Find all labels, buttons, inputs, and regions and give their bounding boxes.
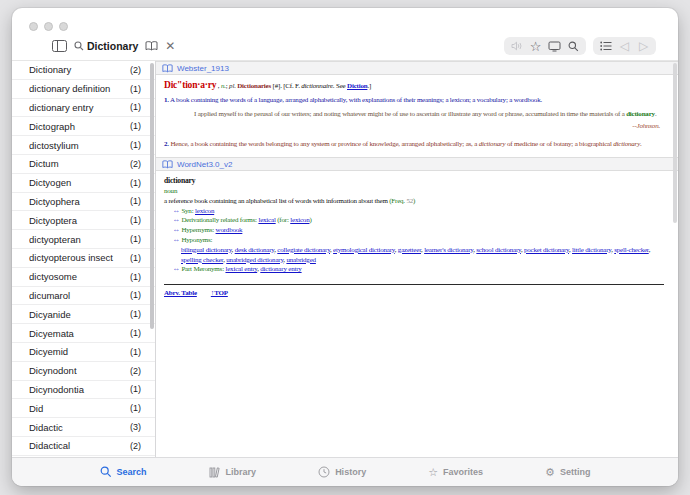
word-label: dictostylium: [29, 140, 126, 151]
tab-favorites[interactable]: ☆ Favorites: [428, 467, 483, 478]
word-list-item[interactable]: Dictograph (1): [12, 117, 155, 136]
meronym-link[interactable]: lexical entry: [225, 265, 257, 273]
derivation-for-link[interactable]: lexicon: [290, 216, 309, 224]
word-list-item[interactable]: dictostylium (1): [12, 136, 155, 155]
entry-actions-group: ☆: [504, 37, 586, 55]
open-book-icon: [162, 160, 173, 169]
wordnet-pos: noun: [164, 187, 668, 197]
hypernym-link[interactable]: wordbook: [216, 226, 243, 234]
word-count: (1): [130, 253, 141, 263]
word-list-item[interactable]: Dictyophera (1): [12, 193, 155, 212]
word-count: (1): [130, 309, 141, 319]
hyponym-link[interactable]: collegiate dictionary: [277, 246, 330, 254]
meronym-line: ⇔ Part Meronyms: lexical entry, dictiona…: [173, 265, 668, 275]
dictionary-list-icon[interactable]: [597, 39, 614, 53]
word-list-item[interactable]: dicumarol (1): [12, 287, 155, 306]
word-list-item[interactable]: Dictionary (2): [12, 61, 155, 80]
hyponym-link[interactable]: desk dictionary: [235, 246, 275, 254]
hyponym-link[interactable]: learner's dictionary: [424, 246, 473, 254]
close-window-button[interactable]: [29, 22, 38, 31]
hyponym-link[interactable]: school dictionary: [476, 246, 521, 254]
dictionary-source-header[interactable]: Webster_1913: [156, 61, 678, 75]
top-link[interactable]: ↑TOP: [211, 289, 228, 299]
word-list-item[interactable]: Didactical (2): [12, 437, 155, 456]
favorites-star-icon: ☆: [428, 467, 438, 478]
word-list-item[interactable]: Did (1): [12, 399, 155, 418]
webster-article: Dic"tion·a·ry , n.; pl. Dictionaries [#]…: [156, 75, 678, 151]
tab-setting[interactable]: ⚙ Setting: [545, 467, 590, 478]
hyponym-link[interactable]: little dictionary: [572, 246, 611, 254]
find-in-page-icon[interactable]: [565, 39, 582, 53]
word-count: (1): [130, 403, 141, 413]
etymology: dictionnaire: [301, 82, 333, 90]
word-list-item[interactable]: Dicyemata (1): [12, 324, 155, 343]
tab-history[interactable]: History: [318, 466, 366, 478]
word-label: Dictionary: [29, 64, 126, 75]
word-list-sidebar: Dictionary (2) dictionary definition (1)…: [12, 61, 156, 457]
derivation-link[interactable]: lexical: [258, 216, 275, 224]
hyponym-link[interactable]: pocket dictionary: [524, 246, 569, 254]
meronym-link[interactable]: dictionary entry: [260, 265, 301, 273]
hyponym-link[interactable]: etymological dictionary: [333, 246, 395, 254]
word-list-item[interactable]: Dicyemid (1): [12, 343, 155, 362]
title-bar: [12, 8, 678, 32]
plural-form: Dictionaries: [236, 82, 271, 90]
word-count: (2): [130, 366, 141, 376]
bottom-tab-bar: Search Library History ☆ Favorites ⚙ Set…: [12, 457, 678, 486]
wordnet-headword: dictionary: [164, 176, 668, 187]
search-input[interactable]: Dictionary: [74, 40, 138, 52]
pronounce-speaker-icon[interactable]: [508, 39, 525, 53]
dictionary-book-icon[interactable]: [145, 39, 158, 53]
word-list-item[interactable]: dictionary entry (1): [12, 99, 155, 118]
word-label: Dictum: [29, 158, 126, 169]
word-label: dictyopteran: [29, 234, 126, 245]
word-list-item[interactable]: dictyopteran (1): [12, 230, 155, 249]
minimize-window-button[interactable]: [44, 22, 53, 31]
hyponym-link[interactable]: bilingual dictionary: [181, 246, 232, 254]
clear-search-icon[interactable]: ✕: [165, 39, 175, 53]
popup-window-icon[interactable]: [546, 39, 563, 53]
word-label: Didactic: [29, 422, 126, 433]
dictionary-source-header[interactable]: WordNet3.0_v2: [156, 157, 678, 171]
word-list-item[interactable]: Dictyogen (1): [12, 174, 155, 193]
word-label: Didactical: [29, 440, 126, 451]
word-count: (1): [130, 121, 141, 131]
word-count: (1): [130, 196, 141, 206]
hyponym-link[interactable]: unabridged dictionary: [226, 256, 283, 264]
word-count: (1): [130, 102, 141, 112]
usage-quote: I applied myself to the perusal of our w…: [194, 109, 668, 119]
word-list-item[interactable]: dictyosome (1): [12, 268, 155, 287]
see-diction-link[interactable]: Diction: [347, 82, 367, 90]
word-label: Dicynodontia: [29, 384, 126, 395]
hyponym-link[interactable]: gazetteer: [398, 246, 421, 254]
hyponym-link[interactable]: unabridged: [286, 256, 316, 264]
word-list-item[interactable]: Dictum (2): [12, 155, 155, 174]
source-name: Webster_1913: [177, 64, 229, 73]
forward-icon[interactable]: ▷: [635, 39, 652, 53]
content-scrollbar[interactable]: [673, 63, 677, 223]
frequency-value: 52: [405, 197, 413, 205]
word-list-item[interactable]: dictyopterous insect (1): [12, 249, 155, 268]
word-list-item[interactable]: Dicyanide (1): [12, 305, 155, 324]
word-label: dictionary definition: [29, 83, 126, 94]
sidebar-toggle-button[interactable]: [52, 39, 67, 53]
word-list-item[interactable]: dictionary definition (1): [12, 80, 155, 99]
tab-search[interactable]: Search: [100, 466, 147, 478]
word-count: (1): [130, 140, 141, 150]
word-list-item[interactable]: Dictyoptera (1): [12, 211, 155, 230]
word-list-item[interactable]: Dicynodont (2): [12, 362, 155, 381]
back-icon[interactable]: ◁: [616, 39, 633, 53]
sidebar-scrollbar[interactable]: [150, 63, 154, 329]
word-list-item[interactable]: Dicynodontia (1): [12, 381, 155, 400]
synonym-link[interactable]: lexicon: [195, 207, 214, 215]
source-name: WordNet3.0_v2: [177, 160, 232, 169]
abbreviation-table-link[interactable]: Abrv. Table: [164, 289, 197, 299]
word-list-item[interactable]: Didactic (3): [12, 418, 155, 437]
tab-library[interactable]: Library: [209, 466, 257, 478]
zoom-window-button[interactable]: [59, 22, 68, 31]
favorite-star-icon[interactable]: ☆: [527, 39, 544, 53]
hyponym-link[interactable]: spell-checker: [614, 246, 648, 254]
hyponym-link[interactable]: spelling checker: [181, 256, 223, 264]
search-value: Dictionary: [87, 40, 138, 52]
word-count: (1): [130, 215, 141, 225]
